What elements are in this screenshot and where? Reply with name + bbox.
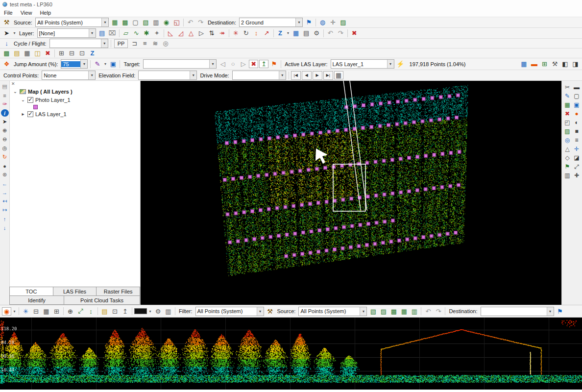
- flip-feature-icon[interactable]: ⇅: [207, 29, 217, 38]
- move-points-icon[interactable]: ✛: [328, 18, 338, 27]
- classify-tool-icon[interactable]: ⚒: [2, 18, 11, 27]
- profile-segment-icon[interactable]: ⊐: [130, 39, 139, 48]
- zoom-full-icon[interactable]: ↕: [86, 307, 96, 316]
- monitor-view-icon[interactable]: ▢: [572, 92, 581, 100]
- remove-points-window-icon[interactable]: ▢: [131, 18, 140, 27]
- marker-dropdown-icon[interactable]: ▾: [103, 60, 107, 69]
- undo-edit-icon[interactable]: ↶: [326, 29, 335, 38]
- tab-raster-files[interactable]: Raster Files: [96, 287, 140, 296]
- next-record-button[interactable]: ▶: [313, 71, 322, 80]
- close-target-icon[interactable]: ✖: [249, 60, 258, 68]
- cancel-edit-icon[interactable]: ✖: [350, 29, 359, 38]
- snapshot-icon[interactable]: ✳: [21, 307, 30, 316]
- source-classify-icon[interactable]: ⚒: [266, 307, 275, 316]
- layer-combo[interactable]: [None]▾: [37, 28, 96, 38]
- menu-view[interactable]: View: [17, 9, 36, 16]
- live-view-icon[interactable]: ◉: [2, 307, 11, 316]
- pan-up-icon[interactable]: ↑: [1, 215, 9, 222]
- lidar-view-b-icon[interactable]: ◨: [571, 60, 580, 69]
- select-all-points-icon[interactable]: ▦: [110, 18, 120, 27]
- circle-blue-icon[interactable]: ◎: [563, 136, 572, 144]
- chevron-down-icon[interactable]: ⌄: [13, 89, 18, 94]
- fence-select-icon[interactable]: ✂: [563, 83, 572, 91]
- plus-blue-icon[interactable]: ✛: [572, 145, 581, 153]
- elevation-field-combo[interactable]: ▾: [138, 71, 197, 80]
- previous-extent-icon[interactable]: ●: [1, 162, 9, 170]
- profile-flag-icon[interactable]: ⚑: [556, 307, 565, 316]
- layers-icon[interactable]: ▥: [563, 171, 572, 179]
- zoom-fit-icon[interactable]: ⤢: [76, 307, 85, 316]
- digitize-point-icon[interactable]: ✱: [142, 29, 151, 38]
- redo-edit-icon[interactable]: ↷: [336, 29, 345, 38]
- target-circle-icon[interactable]: ○: [228, 60, 238, 69]
- identify-info-icon[interactable]: i: [1, 109, 9, 117]
- legend-icon[interactable]: ≡: [1, 92, 9, 99]
- map-view-canvas[interactable]: [141, 81, 561, 305]
- export-view-icon[interactable]: ↥: [121, 307, 130, 316]
- previous-record-button[interactable]: ◀: [302, 71, 312, 80]
- select-cursor-icon[interactable]: ➤: [1, 118, 9, 125]
- zoom-window-icon[interactable]: ⊕: [66, 307, 75, 316]
- pan-right-icon[interactable]: →: [1, 189, 9, 196]
- add-points-window-icon[interactable]: ▩: [121, 18, 130, 27]
- digitize-polygon-icon[interactable]: ▱: [121, 29, 131, 38]
- area-select-icon[interactable]: ◰: [563, 118, 572, 126]
- image-overlay-icon[interactable]: ▣: [108, 60, 118, 69]
- classify-brush-1-icon[interactable]: ▧: [368, 307, 378, 316]
- pan-left-edge-icon[interactable]: ↤: [1, 197, 9, 205]
- grid-view-icon[interactable]: ▦: [291, 29, 301, 38]
- digitize-line-icon[interactable]: ∿: [132, 29, 141, 38]
- orange-ball-icon[interactable]: ●: [572, 109, 581, 118]
- vertex-insert-icon[interactable]: ◺: [166, 29, 175, 38]
- tools-icon[interactable]: ⚒: [550, 60, 559, 69]
- feature-edit-dropdown-icon[interactable]: ▾: [12, 29, 17, 38]
- target-next-icon[interactable]: ▷: [239, 60, 248, 69]
- zoom-extent-icon[interactable]: ◎: [1, 145, 9, 152]
- open-folder-icon[interactable]: ▤: [12, 49, 22, 58]
- last-record-button[interactable]: ▶|: [323, 71, 333, 80]
- cycle-flight-combo[interactable]: ▾: [49, 39, 108, 48]
- image-list-icon[interactable]: ▦: [23, 49, 32, 58]
- chevron-right-icon[interactable]: ▸: [21, 111, 25, 117]
- attribute-table-icon[interactable]: ▤: [302, 29, 311, 38]
- add-data-icon[interactable]: ◫: [33, 49, 42, 58]
- hatch-points-icon[interactable]: ▨: [339, 18, 348, 27]
- feature-edit-cursor-icon[interactable]: ➤: [2, 29, 11, 38]
- marker-pen-icon[interactable]: ✎: [93, 60, 102, 69]
- view-settings-icon[interactable]: ⚙: [153, 307, 163, 316]
- pan-down-icon[interactable]: ↓: [1, 224, 9, 231]
- target-prev-icon[interactable]: ◁: [218, 60, 227, 69]
- lidar-view-a-icon[interactable]: ◧: [560, 60, 570, 69]
- toolbox-b-icon[interactable]: ⊟: [67, 49, 76, 58]
- background-dropdown-icon[interactable]: ▾: [148, 307, 152, 316]
- menu-help[interactable]: Help: [36, 9, 55, 16]
- flag-green-icon[interactable]: ⚑: [563, 162, 572, 171]
- move-all-icon[interactable]: ✚: [572, 171, 581, 179]
- cylinder-select-icon[interactable]: ◎: [161, 39, 170, 48]
- split-feature-icon[interactable]: △: [187, 29, 196, 38]
- elevation-bar-icon[interactable]: ▬: [530, 60, 539, 69]
- tri-outline-icon[interactable]: △: [563, 145, 572, 153]
- remove-points-polygon-icon[interactable]: ▥: [151, 18, 161, 27]
- photo-layer-checkbox[interactable]: [27, 97, 33, 103]
- classify-brush-3-icon[interactable]: ▩: [389, 307, 398, 316]
- photo-flag-icon[interactable]: ⚑: [269, 60, 279, 69]
- tab-las-files[interactable]: LAS Files: [53, 287, 97, 296]
- tab-identify[interactable]: Identify: [9, 295, 64, 305]
- jump-amount-combo[interactable]: 75▾: [61, 59, 88, 69]
- trace-feature-icon[interactable]: ↗: [262, 29, 271, 38]
- lasso-points-icon[interactable]: ◱: [172, 18, 181, 27]
- toc-photo-layer-row[interactable]: ⌄ Photo Layer_1: [10, 96, 140, 104]
- image-view-icon[interactable]: ▣: [572, 100, 581, 109]
- flag-classify-icon[interactable]: ⚑: [304, 18, 314, 27]
- toolbox-a-icon[interactable]: ⊞: [57, 49, 66, 58]
- delete-icon[interactable]: ⌧: [108, 29, 117, 38]
- adjust-z-icon[interactable]: ↕: [252, 29, 261, 38]
- green-table-icon[interactable]: ▦: [563, 100, 572, 109]
- density-grid-icon[interactable]: ⊞: [540, 60, 549, 69]
- undo-icon[interactable]: ↶: [186, 18, 195, 27]
- add-points-circle-icon[interactable]: ◉: [162, 18, 171, 27]
- classify-brush-2-icon[interactable]: ▨: [379, 307, 388, 316]
- rotate-feature-icon[interactable]: ↻: [242, 29, 251, 38]
- remove-data-icon[interactable]: ✖: [43, 49, 52, 58]
